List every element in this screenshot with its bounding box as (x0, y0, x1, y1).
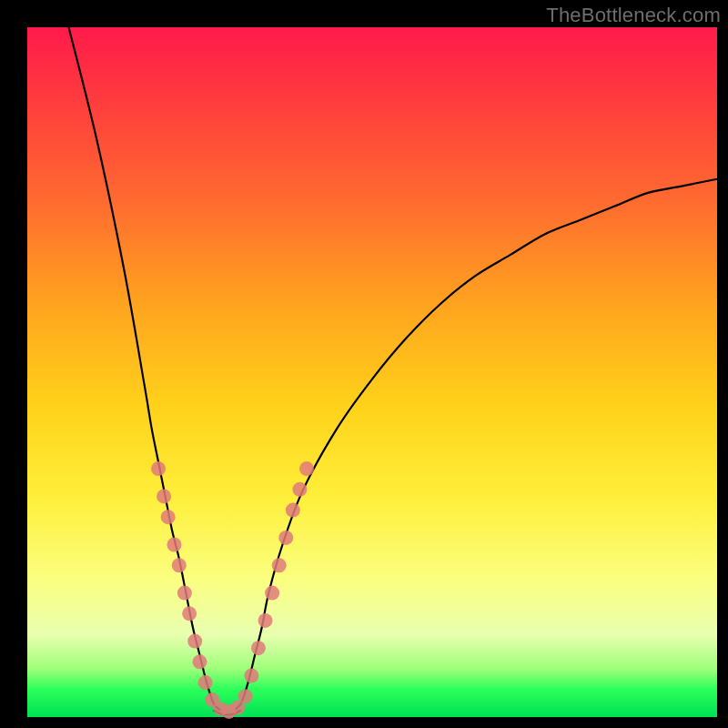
data-point (182, 606, 197, 621)
data-point (187, 634, 202, 649)
data-point (278, 531, 293, 545)
curve-bottleneck-curve-right (234, 179, 717, 711)
data-point (251, 641, 266, 655)
curve-group (68, 27, 717, 715)
data-point (157, 489, 171, 503)
data-point (272, 558, 287, 572)
chart-frame: TheBottleneck.com (0, 0, 728, 728)
chart-svg (27, 27, 717, 717)
chart-plot-area (27, 27, 717, 717)
data-point (299, 461, 314, 476)
curve-bottleneck-curve-left (68, 27, 220, 710)
data-point (265, 586, 279, 601)
data-point (244, 669, 258, 683)
data-point (172, 558, 187, 572)
data-point (198, 675, 213, 690)
data-point (177, 586, 192, 601)
watermark-text: TheBottleneck.com (546, 4, 721, 27)
data-point (167, 538, 181, 552)
data-point (193, 654, 207, 669)
data-point (238, 689, 253, 703)
data-point (161, 510, 176, 524)
dots-group (151, 461, 314, 719)
data-point (292, 482, 307, 497)
data-point (258, 613, 273, 628)
data-point (286, 503, 300, 518)
data-point (151, 461, 166, 476)
